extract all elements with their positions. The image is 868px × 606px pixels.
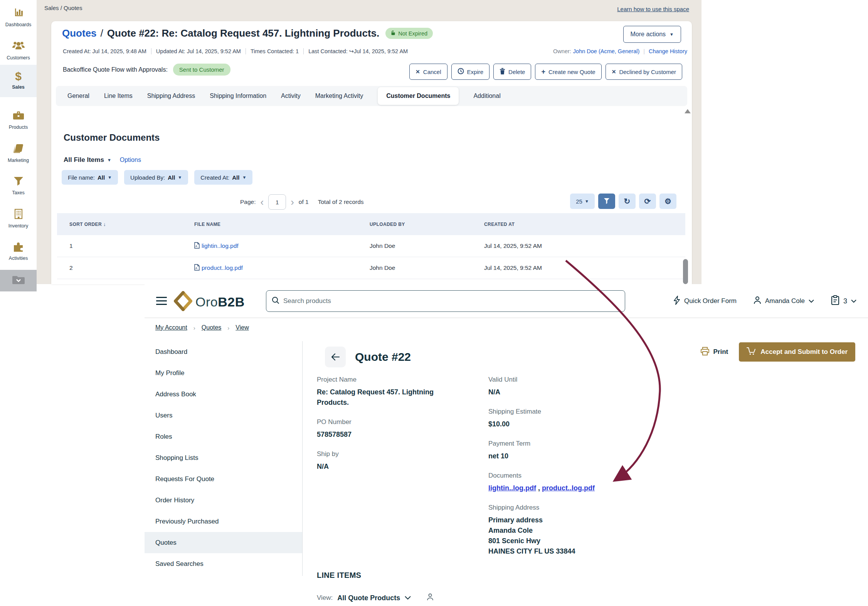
nav-item-shopping-lists[interactable]: Shopping Lists <box>145 447 302 468</box>
sidebar-item-customers[interactable]: Customers <box>0 38 37 61</box>
sidebar-item-inventory[interactable]: Inventory <box>0 206 37 229</box>
cancel-button[interactable]: ✕Cancel <box>409 64 447 80</box>
grid-settings-button[interactable]: ⚙ <box>659 194 676 209</box>
nav-item-quotes[interactable]: Quotes <box>145 532 302 553</box>
tab-shipping-address[interactable]: Shipping Address <box>147 93 195 99</box>
nav-item-dashboard[interactable]: Dashboard <box>145 341 302 362</box>
learn-space-link[interactable]: Learn how to use this space <box>617 6 689 12</box>
clock-icon <box>458 68 464 76</box>
lightning-bolt-icon <box>673 296 680 307</box>
filter-file-name[interactable]: File name:All▼ <box>62 170 118 185</box>
expire-button[interactable]: Expire <box>451 64 490 80</box>
svg-text:A: A <box>195 245 197 247</box>
file-link[interactable]: lightin..log.pdf <box>202 242 239 249</box>
column-uploaded-by[interactable]: UPLOADED BY <box>357 222 472 227</box>
back-button[interactable] <box>325 347 346 367</box>
orob2b-logo[interactable]: OroB2B <box>174 291 245 313</box>
nav-item-saved-searches[interactable]: Saved Searches <box>145 553 302 574</box>
field-documents: Documents lightin..log.pdf , product..lo… <box>488 472 627 493</box>
nav-item-roles[interactable]: Roles <box>145 426 302 447</box>
table-header-row: SORT ORDER↓ FILE NAME UPLOADED BY CREATE… <box>57 213 685 235</box>
nav-item-address-book[interactable]: Address Book <box>145 384 302 405</box>
breadcrumb-quotes[interactable]: Quotes <box>202 324 222 331</box>
column-created-at[interactable]: CREATED AT <box>472 222 685 227</box>
chevron-down-icon <box>851 297 856 305</box>
page-size-select[interactable]: 25▼ <box>570 194 595 209</box>
tab-shipping-information[interactable]: Shipping Information <box>210 93 266 99</box>
file-link[interactable]: product..log.pdf <box>202 264 243 271</box>
breadcrumb-view[interactable]: View <box>236 324 249 331</box>
create-new-quote-button[interactable]: +Create new Quote <box>535 64 601 80</box>
tab-marketing-activity[interactable]: Marketing Activity <box>315 93 363 99</box>
options-link[interactable]: Options <box>120 157 141 163</box>
owner-link[interactable]: John Doe (Acme, General) <box>573 48 639 54</box>
sidebar-item-activities[interactable]: Activities <box>0 239 37 261</box>
nav-item-order-history[interactable]: Order History <box>145 490 302 511</box>
cart-menu[interactable]: 3 <box>831 295 856 307</box>
sync-icon: ⟳ <box>644 197 651 206</box>
sidebar-item-sales[interactable]: $ Sales <box>0 65 37 97</box>
document-link[interactable]: product..log.pdf <box>542 484 595 492</box>
column-file-name[interactable]: FILE NAME <box>182 222 357 227</box>
page-input[interactable] <box>268 194 286 210</box>
chevron-down-icon[interactable] <box>405 594 411 601</box>
search-input[interactable] <box>283 297 607 305</box>
tab-additional[interactable]: Additional <box>473 93 500 99</box>
quick-order-form-link[interactable]: Quick Order Form <box>673 296 737 307</box>
view-select[interactable]: All Quote Products <box>337 594 400 602</box>
field-po-number: PO Number 578578587 <box>317 418 440 440</box>
sidebar-item-collapsed[interactable] <box>0 270 37 291</box>
field-valid-until: Valid Until N/A <box>488 376 627 397</box>
page-title: Quote #22 <box>355 350 411 364</box>
title-separator: / <box>101 27 103 39</box>
nav-item-previously-purchased[interactable]: Previously Purchased <box>145 511 302 532</box>
more-actions-button[interactable]: More actions ▼ <box>623 26 681 43</box>
more-actions-label: More actions <box>631 31 666 38</box>
refresh-button[interactable]: ↻ <box>619 194 636 209</box>
tab-line-items[interactable]: Line Items <box>104 93 133 99</box>
reset-button[interactable]: ⟳ <box>639 194 656 209</box>
filter-uploaded-by[interactable]: Uploaded By:All▼ <box>124 170 188 185</box>
quote-title-row: Quotes / Quote #22: Re: Catalog Request … <box>62 27 615 39</box>
sidebar-item-products[interactable]: Products <box>0 107 37 130</box>
filter-toggle-button[interactable] <box>598 194 615 209</box>
sidebar-item-label: Inventory <box>0 223 37 229</box>
chevron-right-icon: › <box>193 325 195 331</box>
column-sort-order[interactable]: SORT ORDER↓ <box>57 221 182 227</box>
quote-tabs: General Line Items Shipping Address Ship… <box>56 86 687 106</box>
nav-item-my-profile[interactable]: My Profile <box>145 362 302 384</box>
table-row: 2 Aproduct..log.pdf John Doe Jul 14, 202… <box>57 257 685 279</box>
grid-view-selector[interactable]: All File Items <box>64 156 104 164</box>
admin-backoffice-window: Dashboards Customers $ Sales Products Ma… <box>0 0 701 284</box>
change-history-link[interactable]: Change History <box>649 48 687 54</box>
seller-person-icon[interactable] <box>426 593 434 603</box>
accept-submit-order-button[interactable]: Accept and Submit to Order <box>739 342 855 362</box>
tab-activity[interactable]: Activity <box>281 93 301 99</box>
documents-separator: , <box>538 484 540 492</box>
next-page-icon[interactable]: › <box>291 198 294 206</box>
hamburger-menu-icon[interactable] <box>156 297 167 307</box>
document-link[interactable]: lightin..log.pdf <box>488 484 536 492</box>
storefront-window: OroB2B Quick Order Form Amanda Cole 3 M <box>145 284 868 606</box>
book-icon <box>12 149 25 155</box>
declined-by-customer-button[interactable]: ✕Declined by Customer <box>606 64 682 80</box>
tab-general[interactable]: General <box>67 93 89 99</box>
breadcrumb-my-account[interactable]: My Account <box>155 324 187 331</box>
nav-item-requests-for-quote[interactable]: Requests For Quote <box>145 468 302 490</box>
print-button[interactable]: Print <box>700 347 728 358</box>
user-menu[interactable]: Amanda Cole <box>754 296 814 306</box>
sidebar-item-taxes[interactable]: Taxes <box>0 173 37 195</box>
delete-button[interactable]: Delete <box>493 64 531 80</box>
prev-page-icon[interactable]: ‹ <box>261 198 264 206</box>
sidebar-item-dashboards[interactable]: Dashboards <box>0 4 37 27</box>
scrollbar-up-arrow[interactable] <box>685 109 691 113</box>
nav-item-users[interactable]: Users <box>145 405 302 426</box>
svg-text:A: A <box>195 267 197 269</box>
scrollbar-thumb[interactable] <box>683 259 688 284</box>
clipboard-icon <box>831 295 839 307</box>
filter-created-at[interactable]: Created At:All▼ <box>194 170 252 185</box>
quote-title-row: Quote #22 <box>325 347 411 367</box>
quotes-breadcrumb-link[interactable]: Quotes <box>62 27 97 39</box>
tab-customer-documents[interactable]: Customer Documents <box>378 87 459 105</box>
sidebar-item-marketing[interactable]: Marketing <box>0 141 37 163</box>
